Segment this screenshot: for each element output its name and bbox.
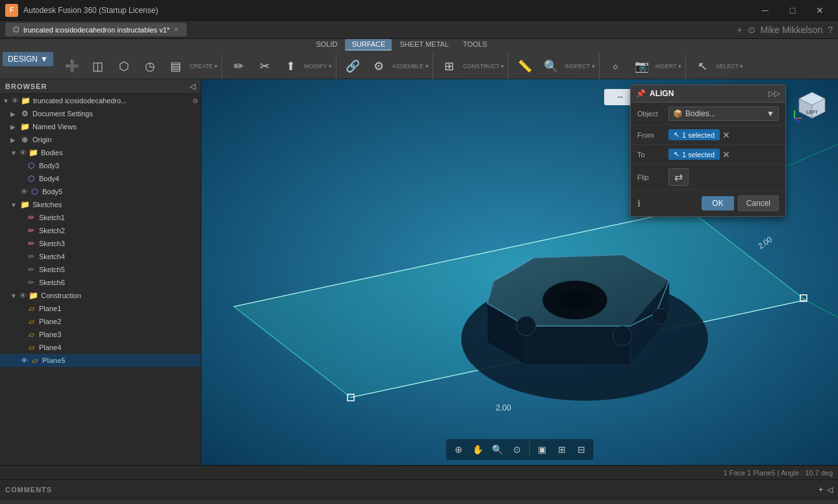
browser-item-plane2[interactable]: ▱ Plane2 [0,315,201,328]
doc-settings-arrow[interactable]: ▶ [10,110,19,118]
bodies-arrow[interactable]: ▼ [10,149,19,157]
orbit-tool-button[interactable]: ⊕ [450,441,467,458]
browser-item-construction[interactable]: ▼ 👁 📁 Construction [0,289,201,302]
toolbar-create-btn1[interactable]: ➕ [60,55,84,77]
browser-item-bodies[interactable]: ▼ 👁 📁 Bodies [0,146,201,159]
browser-item-doc-settings[interactable]: ▶ ⚙ Document Settings [0,107,201,120]
add-tab-button[interactable]: + [737,25,742,35]
tab-solid[interactable]: SOLID [309,39,344,51]
mode-btn-half1[interactable]: ◧ [344,502,362,505]
minimize-button[interactable]: ─ [752,4,778,17]
mode-btn-dots[interactable]: ⋯ [266,502,285,505]
mode-btn-star[interactable]: ⊛ [223,502,241,505]
comments-expand-button[interactable]: + [819,485,823,494]
align-cancel-button[interactable]: Cancel [738,195,779,211]
mode-btn-cross[interactable]: ⊗ [164,502,183,505]
align-expand-icon[interactable]: ▷▷ [768,89,780,98]
body5-eye-icon[interactable]: 👁 [21,188,28,195]
browser-item-plane4[interactable]: ▱ Plane4 [0,341,201,354]
browser-item-body4[interactable]: ⬡ Body4 [0,172,201,185]
active-tab[interactable]: ⬡ truncated icosidodecahedron instructab… [5,23,186,36]
grid2-button[interactable]: ⊟ [573,441,590,458]
playback-last-button[interactable]: ⏭ [82,502,100,505]
browser-item-sketch2[interactable]: ✏ Sketch2 [0,224,201,237]
plane5-eye-icon[interactable]: 👁 [21,357,28,364]
mode-btn-orbit[interactable]: ⊕ [145,502,163,505]
mode-btn-minus[interactable]: ⊟ [286,502,304,505]
to-selected-badge[interactable]: ↖ 1 selected [668,149,720,160]
mode-btn-circle[interactable]: ⊙ [184,502,202,505]
browser-item-named-views[interactable]: ▶ 📁 Named Views [0,120,201,133]
mode-btn-half4[interactable]: ◪ [403,502,421,505]
browser-item-plane3[interactable]: ▱ Plane3 [0,328,201,341]
close-button[interactable]: ✕ [807,4,833,17]
playback-play-button[interactable]: ⏵ [43,502,61,505]
browser-item-plane5[interactable]: 👁 ▱ Plane5 [0,354,201,367]
mode-btn-select[interactable]: ↖ [106,502,124,505]
toolbar-inspect-btn2[interactable]: 🔍 [539,55,563,77]
flip-button[interactable]: ⇄ [668,168,689,186]
mode-btn-rect[interactable]: ⊞ [125,502,144,505]
display-mode-button[interactable]: ▣ [534,441,551,458]
bodies-eye-icon[interactable]: 👁 [19,149,27,157]
help-button[interactable]: ? [828,25,833,35]
browser-item-sketch1[interactable]: ✏ Sketch1 [0,211,201,224]
from-clear-button[interactable]: ✕ [722,130,730,140]
browser-item-sketches[interactable]: ▼ 📁 Sketches [0,198,201,211]
browser-item-sketch4[interactable]: ✏ Sketch4 [0,250,201,263]
construction-arrow[interactable]: ▼ [10,292,19,299]
maximize-button[interactable]: □ [780,4,806,17]
root-eye-icon[interactable]: 👁 [12,97,19,105]
navigation-cube[interactable]: LEFT [793,86,832,125]
mode-btn-grid[interactable]: ⊡ [325,502,343,505]
tab-tools[interactable]: TOOLS [457,39,494,51]
browser-item-sketch6[interactable]: ✏ Sketch6 [0,276,201,289]
toolbar-assemble-btn2[interactable]: ⚙ [366,55,391,77]
zoom-tool-button[interactable]: 🔍 [489,441,506,458]
grid-toggle-button[interactable]: ⊞ [553,441,570,458]
toolbar-construct-btn1[interactable]: ⊞ [437,55,462,77]
browser-root-item[interactable]: ▼ 👁 📁 truncated icosidodecahedro... ⚙ [0,94,201,107]
tab-close-button[interactable]: ✕ [173,26,179,33]
toolbar-create-btn2[interactable]: ◫ [86,55,110,77]
toolbar-create-btn5[interactable]: ▤ [164,55,188,77]
toolbar-assemble-btn1[interactable]: 🔗 [340,55,365,77]
named-views-arrow[interactable]: ▶ [10,123,19,131]
playback-first-button[interactable]: ⏮ [4,502,22,505]
from-selected-badge[interactable]: ↖ 1 selected [668,129,720,140]
toolbar-modify-btn3[interactable]: ⬆ [278,55,303,77]
settings-button[interactable]: ⚙ [816,502,834,505]
tab-sheet-metal[interactable]: SHEET METAL [393,39,455,51]
tab-surface[interactable]: SURFACE [345,39,392,51]
toolbar-create-btn3[interactable]: ⬡ [112,55,136,77]
browser-item-origin[interactable]: ▶ ⊕ Origin [0,133,201,146]
mode-btn-half2[interactable]: ◨ [364,502,382,505]
browser-item-body5[interactable]: 👁 ⬡ Body5 [0,185,201,198]
pan-tool-button[interactable]: ✋ [470,441,487,458]
toolbar-insert-btn1[interactable]: ⬦ [603,55,628,77]
construction-eye-icon[interactable]: 👁 [19,292,27,299]
toolbar-insert-btn2[interactable]: 📷 [629,55,654,77]
viewport[interactable]: 2.00 2.00 [201,79,838,465]
to-clear-button[interactable]: ✕ [722,149,730,160]
zoom-fit-button[interactable]: ⊙ [509,441,526,458]
browser-collapse-button[interactable]: ◁ [190,82,196,91]
toolbar-create-btn4[interactable]: ◷ [138,55,162,77]
mode-btn-box[interactable]: ⊠ [305,502,324,505]
root-arrow[interactable]: ▼ [3,97,12,105]
toolbar-select-btn1[interactable]: ↖ [690,55,715,77]
align-object-dropdown[interactable]: 📦 Bodies... ▼ [668,107,779,121]
mode-btn-slash[interactable]: ⊘ [203,502,222,505]
root-settings-icon[interactable]: ⚙ [192,97,198,105]
browser-item-sketch3[interactable]: ✏ Sketch3 [0,237,201,250]
sketches-arrow[interactable]: ▼ [10,201,19,208]
toolbar-modify-btn2[interactable]: ✂ [252,55,277,77]
history-button[interactable]: ⊙ [748,25,755,35]
comments-collapse-button[interactable]: ◁ [827,485,833,494]
design-button[interactable]: DESIGN ▼ [3,52,53,66]
mode-btn-half3[interactable]: ◩ [383,502,401,505]
playback-next-button[interactable]: ⏩ [62,502,81,505]
toolbar-inspect-btn1[interactable]: 📏 [513,55,537,77]
origin-arrow[interactable]: ▶ [10,136,19,144]
browser-item-plane1[interactable]: ▱ Plane1 [0,302,201,315]
